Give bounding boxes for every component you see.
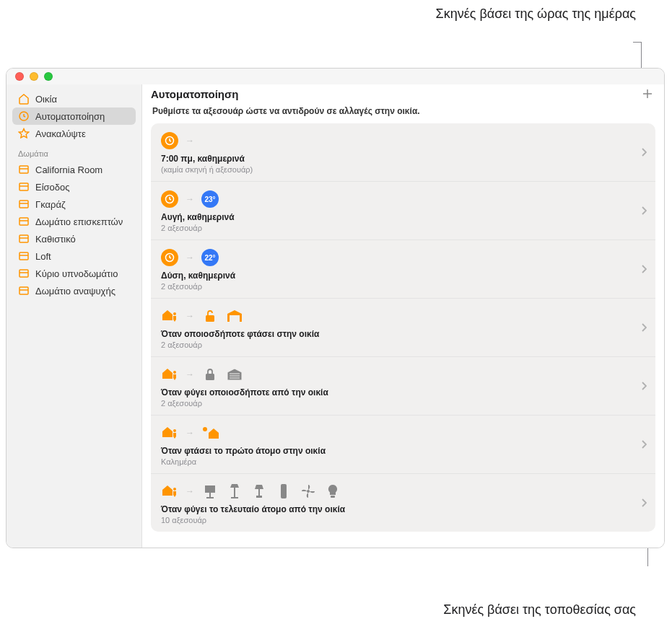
titlebar: [6, 69, 664, 84]
sidebar-item-label: Δωμάτιο αναψυχής: [35, 286, 115, 296]
sidebar-item-room[interactable]: California Room: [12, 161, 136, 178]
arrow-icon: →: [186, 253, 194, 262]
room-icon: [18, 216, 30, 227]
svg-point-27: [307, 490, 310, 493]
sidebar-item-room[interactable]: Κύριο υπνοδωμάτιο: [12, 265, 136, 282]
arrow-icon: →: [186, 487, 194, 496]
clock-icon: [161, 249, 178, 266]
sidebar-item-room[interactable]: Loft: [12, 247, 136, 265]
sidebar-item-label: Δωμάτιο επισκεπτών: [35, 216, 123, 227]
chevron-right-icon: [642, 440, 647, 449]
star-icon: [18, 128, 30, 139]
sidebar-item-room[interactable]: Δωμάτιο αναψυχής: [12, 282, 136, 299]
automation-row[interactable]: → Όταν οποιοσδήποτε φτάσει στην οικία 2 …: [151, 299, 655, 357]
clock-icon: [161, 190, 178, 208]
svg-rect-23: [231, 497, 238, 498]
sidebar-item-label: Αυτοματοποίηση: [35, 111, 105, 122]
close-button[interactable]: [15, 72, 24, 81]
sidebar-item-room[interactable]: Δωμάτιο επισκεπτών: [12, 213, 136, 230]
svg-point-12: [173, 312, 176, 315]
svg-rect-22: [234, 488, 235, 497]
automation-icons: →: [161, 364, 629, 384]
sidebar-item-discover[interactable]: Ανακαλύψτε: [12, 125, 136, 142]
garage-open-icon: [226, 307, 243, 325]
automation-row[interactable]: →23° Αυγή, καθημερινά 2 αξεσουάρ: [151, 182, 655, 240]
automation-row[interactable]: → Όταν φτάσει το πρώτο άτομο στην οικία …: [151, 416, 655, 474]
bulb-icon: [324, 483, 341, 500]
arrow-icon: →: [186, 312, 194, 320]
sidebar: Οικία Αυτοματοποίηση Ανακαλύψτε Δωμάτια: [6, 84, 142, 548]
annotation-location-scenes: Σκηνές βάσει της τοποθεσίας σας: [443, 602, 636, 618]
unlock-icon: [201, 307, 219, 325]
sidebar-item-room[interactable]: Είσοδος: [12, 178, 136, 195]
sidebar-item-automation[interactable]: Αυτοματοποίηση: [12, 107, 136, 125]
sidebar-item-room[interactable]: Καθιστικό: [12, 230, 136, 247]
automation-list: → 7:00 πμ, καθημερινά (καμία σκηνή ή αξε…: [151, 123, 655, 532]
arrow-icon: →: [186, 429, 194, 437]
room-icon: [18, 198, 30, 210]
add-button[interactable]: [640, 86, 655, 102]
floor-lamp-icon: [226, 483, 243, 500]
house-leave-icon: [161, 483, 178, 500]
traffic-lights: [6, 69, 53, 84]
lock-icon: [201, 366, 219, 383]
sidebar-item-label: Κύριο υπνοδωμάτιο: [35, 268, 118, 279]
svg-rect-6: [19, 252, 28, 260]
room-icon: [18, 250, 30, 262]
automation-row[interactable]: → Όταν φύγει οποιοσδήποτε από την οικία …: [151, 357, 655, 416]
sidebar-section-rooms: Δωμάτια: [12, 142, 136, 161]
room-icon: [18, 164, 30, 175]
automation-subtitle: (καμία σκηνή ή αξεσουάρ): [161, 165, 629, 174]
svg-rect-15: [206, 374, 214, 380]
house-leave-icon: [161, 366, 178, 383]
fan-icon: [300, 483, 317, 500]
svg-rect-13: [206, 315, 214, 322]
sidebar-item-label: California Room: [35, 164, 102, 175]
svg-point-16: [173, 429, 176, 432]
automation-title: Όταν φύγει οποιοσδήποτε από την οικία: [161, 387, 629, 397]
automation-title: 7:00 πμ, καθημερινά: [161, 154, 629, 164]
automation-icons: →23°: [161, 189, 629, 209]
svg-point-17: [203, 427, 207, 431]
svg-rect-24: [258, 489, 260, 496]
automation-subtitle: 2 αξεσουάρ: [161, 340, 629, 349]
sidebar-item-label: Είσοδος: [35, 182, 70, 193]
svg-rect-4: [19, 218, 28, 225]
sidebar-item-label: Loft: [35, 251, 51, 262]
thermostat-icon: 23°: [201, 190, 219, 208]
sidebar-item-home[interactable]: Οικία: [12, 90, 136, 107]
automation-icons: →: [161, 306, 629, 326]
maximize-button[interactable]: [44, 72, 53, 81]
table-lamp-icon: [250, 483, 268, 500]
page-title: Αυτοματοποίηση: [151, 88, 238, 100]
room-icon: [18, 268, 30, 279]
garage-closed-icon: [226, 366, 243, 383]
svg-rect-5: [19, 235, 28, 242]
svg-point-14: [173, 371, 176, 374]
screen-icon: [201, 483, 219, 500]
chevron-right-icon: [642, 382, 647, 390]
svg-rect-19: [205, 485, 215, 493]
automation-subtitle: 2 αξεσουάρ: [161, 224, 629, 232]
main-header: Αυτοματοποίηση: [142, 84, 664, 106]
automation-icons: →: [161, 131, 629, 151]
automation-row[interactable]: →22° Δύση, καθημερινά 2 αξεσουάρ: [151, 240, 655, 299]
automation-subtitle: Καλημέρα: [161, 457, 629, 466]
automation-title: Όταν φτάσει το πρώτο άτομο στην οικία: [161, 446, 629, 456]
house-arrive-icon: [161, 424, 178, 441]
thermostat-icon: 22°: [201, 249, 219, 266]
arrow-icon: →: [186, 370, 194, 379]
svg-rect-26: [281, 484, 287, 498]
arrow-icon: →: [186, 195, 194, 203]
automation-row[interactable]: → 7:00 πμ, καθημερινά (καμία σκηνή ή αξε…: [151, 123, 655, 182]
sidebar-item-room[interactable]: Γκαράζ: [12, 195, 136, 213]
minimize-button[interactable]: [30, 72, 38, 81]
chevron-right-icon: [642, 265, 647, 273]
automation-title: Όταν φύγει το τελευταίο άτομο από την οι…: [161, 504, 629, 514]
svg-rect-21: [206, 497, 214, 498]
automation-row[interactable]: → Όταν φύγει το τελευταίο άτομο από την …: [151, 474, 655, 532]
room-icon: [18, 233, 30, 245]
svg-point-18: [173, 488, 176, 491]
chevron-right-icon: [642, 148, 647, 157]
sidebar-item-label: Γκαράζ: [35, 199, 66, 210]
